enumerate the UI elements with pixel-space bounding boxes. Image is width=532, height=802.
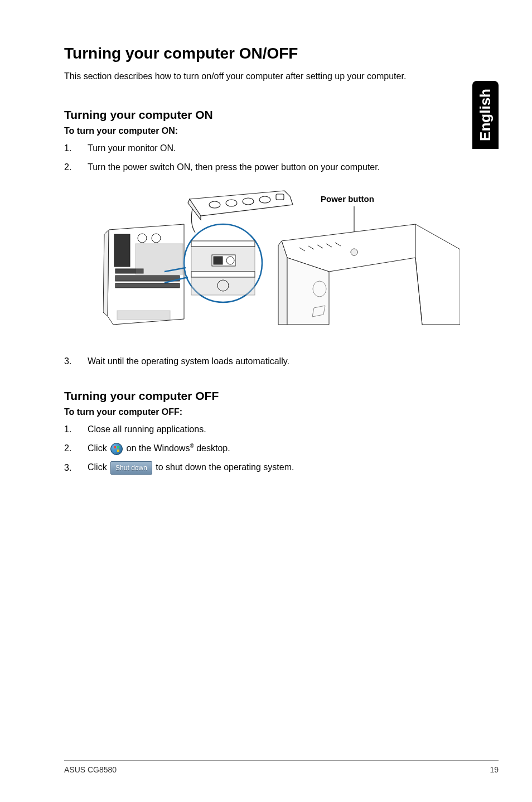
svg-rect-20 xyxy=(214,257,223,264)
svg-rect-10 xyxy=(115,283,180,288)
windows-start-icon xyxy=(110,443,123,455)
step-text: Close all running applications. xyxy=(88,423,499,436)
page-footer: ASUS CG8580 19 xyxy=(64,760,499,774)
off-step-3: 3. Click Shut down to shut down the oper… xyxy=(64,461,499,475)
svg-rect-5 xyxy=(114,234,130,267)
step-number: 3. xyxy=(64,461,88,475)
step-text: Wait until the operating system loads au… xyxy=(88,355,499,368)
footer-model: ASUS CG8580 xyxy=(64,765,117,774)
step-text: Turn your monitor ON. xyxy=(88,142,499,155)
svg-point-2 xyxy=(243,198,254,205)
step-text: Click on the Windows® desktop. xyxy=(88,442,499,455)
step-text: Turn the power switch ON, then press the… xyxy=(88,161,499,174)
step-number: 2. xyxy=(64,161,88,174)
intro-text: This section describes how to turn on/of… xyxy=(64,71,499,81)
shutdown-button-icon: Shut down xyxy=(110,461,152,475)
section-on-subheading: To turn your computer ON: xyxy=(64,126,499,136)
svg-point-30 xyxy=(351,249,357,255)
page-title: Turning your computer ON/OFF xyxy=(64,45,499,62)
step-text: Click Shut down to shut down the operati… xyxy=(88,461,499,475)
off-step-2: 2. Click on the Windows® desktop. xyxy=(64,442,499,455)
on-step-3: 3. Wait until the operating system loads… xyxy=(64,355,499,368)
svg-rect-12 xyxy=(117,311,170,320)
section-on-heading: Turning your computer ON xyxy=(64,108,499,122)
svg-point-1 xyxy=(226,200,237,206)
svg-rect-9 xyxy=(115,276,180,281)
footer-page-number: 19 xyxy=(490,765,499,774)
step-number: 2. xyxy=(64,442,88,455)
step-number: 1. xyxy=(64,142,88,155)
step-number: 3. xyxy=(64,355,88,368)
section-off-heading: Turning your computer OFF xyxy=(64,389,499,403)
power-button-label: Power button xyxy=(321,194,374,204)
svg-rect-17 xyxy=(191,272,255,277)
power-diagram: Power button xyxy=(64,185,499,332)
on-step-2: 2. Turn the power switch ON, then press … xyxy=(64,161,499,174)
section-off-subheading: To turn your computer OFF: xyxy=(64,407,499,417)
svg-point-0 xyxy=(209,201,220,208)
off-step-1: 1. Close all running applications. xyxy=(64,423,499,436)
svg-rect-16 xyxy=(191,241,255,247)
language-tab: English xyxy=(472,81,499,149)
svg-rect-4 xyxy=(276,194,284,200)
svg-point-21 xyxy=(226,257,234,264)
step-number: 1. xyxy=(64,423,88,436)
on-step-1: 1. Turn your monitor ON. xyxy=(64,142,499,155)
svg-point-3 xyxy=(259,196,270,203)
